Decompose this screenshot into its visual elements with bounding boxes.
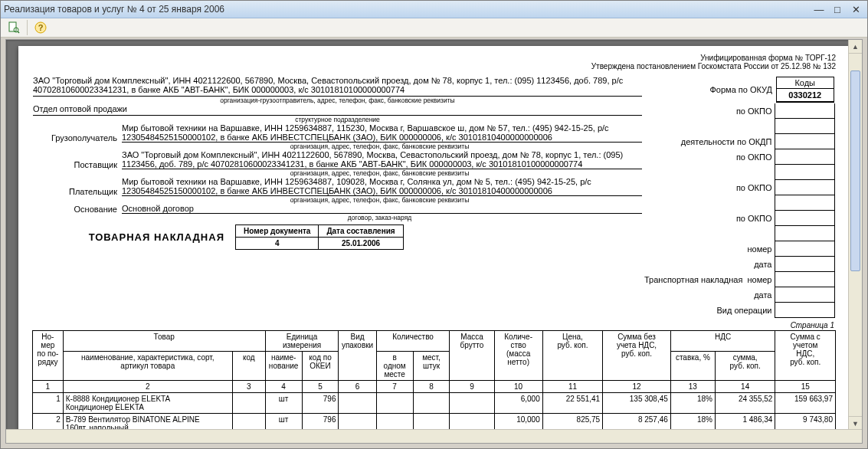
toolbar-divider	[27, 20, 28, 35]
table-row: 1 К-8888 Кондиционер ELEKTA Кондиционер …	[33, 393, 836, 414]
col-qty-pl: мест, штук	[413, 352, 450, 381]
col-unit: Единица измерения	[265, 331, 339, 352]
operation-label: Вид операции	[644, 303, 775, 318]
okpo-label-1: по ОКПО	[644, 103, 775, 119]
okpo-value-3	[775, 180, 835, 195]
col-nds: НДС	[670, 331, 775, 352]
close-button[interactable]: ✕	[847, 2, 864, 16]
date-label-2: дата	[644, 287, 775, 303]
help-icon: ?	[34, 21, 47, 34]
code-blank-1	[775, 119, 835, 134]
help-button[interactable]: ?	[32, 19, 49, 36]
transport-number-value	[775, 272, 835, 287]
scroll-down-arrow-icon[interactable]: ▼	[849, 416, 862, 430]
col-nds-rate: ставка, %	[670, 352, 715, 381]
document-viewport[interactable]: Унифицированная форма № ТОРГ-12 Утвержде…	[5, 39, 863, 444]
okpo-value-2	[775, 149, 835, 165]
print-preview-button[interactable]	[5, 19, 22, 36]
maximize-button[interactable]: □	[829, 2, 846, 16]
col-no: Но- мер по по- рядку	[33, 331, 64, 381]
sender-org-caption: организация-грузоотправитель, адрес, тел…	[33, 97, 642, 104]
col-goods: Товар	[63, 331, 265, 352]
col-netqty: Количе- ство (масса нетто)	[494, 331, 542, 381]
supplier-value: ЗАО "Торговый дом Комплексный", ИНН 4021…	[122, 150, 642, 169]
form-id-line: Унифицированная форма № ТОРГ-12	[591, 54, 836, 62]
doc-date-value: 25.01.2006	[319, 238, 403, 250]
doc-number-box: Номер документа Дата составления 4 25.01…	[235, 224, 404, 250]
minimize-button[interactable]: —	[811, 2, 827, 16]
col-number-row: 1 2 3 4 5 6 7 8 9 10 11 12 13 14	[33, 381, 836, 393]
date-value-1	[775, 257, 835, 272]
col-goods-name: наименование, характеристика, сорт, арти…	[63, 352, 232, 381]
okpo-value-1	[775, 103, 835, 119]
department-caption: структурное подразделение	[33, 116, 642, 123]
activity-label: деятельности по ОКДП	[644, 134, 775, 149]
okpo-label-3: по ОКПО	[644, 180, 775, 195]
code-blank-3	[775, 195, 835, 211]
department-value: Отдел оптовой продажи	[33, 104, 642, 116]
document-title: ТОВАРНАЯ НАКЛАДНАЯ	[33, 231, 224, 243]
okpo-label-2: по ОКПО	[644, 149, 775, 165]
date-label-1: дата	[644, 257, 775, 272]
code-blank-2	[775, 165, 835, 180]
supplier-caption: организация, адрес, телефон, факс, банко…	[117, 169, 642, 177]
col-gross: Масса брутто	[450, 331, 494, 381]
col-price: Цена, руб. коп.	[542, 331, 602, 381]
col-qty: Количество	[376, 331, 450, 352]
col-pack: Вид упаковки	[339, 331, 376, 381]
col-qty-in: в одном месте	[376, 352, 413, 381]
print-page: Унифицированная форма № ТОРГ-12 Утвержде…	[18, 46, 850, 444]
horizontal-scrollbar[interactable]	[6, 429, 862, 443]
okud-value: 0330212	[777, 89, 834, 102]
number-label-1: номер	[644, 241, 775, 257]
goods-table: Но- мер по по- рядку Товар Единица измер…	[32, 330, 836, 444]
doc-date-header: Дата составления	[319, 225, 403, 238]
vertical-scrollbar[interactable]: ▲ ▼	[848, 40, 862, 430]
scroll-thumb[interactable]	[850, 70, 860, 271]
col-unit-code: код по ОКЕИ	[302, 352, 339, 381]
basis-label: Основание	[33, 205, 117, 214]
codes-header: Коды	[777, 77, 834, 89]
svg-line-2	[18, 31, 19, 33]
payer-label: Плательщик	[33, 187, 117, 196]
header-layout: ЗАО "Торговый дом Комплексный", ИНН 4021…	[32, 75, 836, 319]
col-sum-nonds: Сумма без учета НДС, руб. коп.	[603, 331, 671, 381]
form-approval-line: Утверждена постановлением Госкомстата Ро…	[591, 62, 836, 70]
consignee-caption: организация, адрес, телефон, факс, банко…	[117, 143, 642, 150]
okud-label: Форма по ОКУД	[644, 76, 775, 103]
okpo-value-4	[775, 211, 835, 226]
payer-caption: организация, адрес, телефон, факс, банко…	[117, 196, 642, 204]
document-magnify-icon	[8, 21, 20, 34]
codes-panel: Форма по ОКУД Коды 0330212 по ОКПО	[644, 76, 835, 318]
transport-waybill-label: Транспортная накладная номер	[644, 272, 775, 287]
basis-caption: договор, заказ-наряд	[117, 214, 642, 221]
col-unit-name: наиме- нование	[265, 352, 302, 381]
operation-value	[775, 303, 835, 318]
titlebar[interactable]: Реализация товаров и услуг № 4 от 25 янв…	[1, 1, 867, 18]
consignee-label: Грузополучатель	[33, 133, 117, 143]
activity-value	[775, 134, 835, 149]
sender-org-value: ЗАО "Торговый дом Комплексный", ИНН 4021…	[33, 76, 642, 97]
scroll-up-arrow-icon[interactable]: ▲	[849, 40, 862, 54]
payer-value: Мир бытовой техники на Варшавке, ИНН 125…	[122, 177, 642, 196]
basis-value: Основной договор	[122, 204, 642, 214]
app-window: Реализация товаров и услуг № 4 от 25 янв…	[0, 0, 868, 449]
window-controls: — □ ✕	[811, 2, 864, 16]
col-nds-sum: сумма, руб. коп.	[715, 352, 775, 381]
svg-text:?: ?	[38, 23, 44, 32]
doc-number-value: 4	[236, 238, 319, 250]
toolbar: ?	[1, 18, 867, 38]
page-number-label: Страница 1	[32, 321, 834, 329]
window-title: Реализация товаров и услуг № 4 от 25 янв…	[4, 4, 811, 15]
consignee-value: Мир бытовой техники на Варшавке, ИНН 125…	[122, 123, 642, 143]
number-value-1	[775, 241, 835, 257]
col-goods-code: код	[232, 352, 265, 381]
col-sum-nds: Сумма с учетом НДС, руб. коп.	[775, 331, 836, 381]
code-blank-4	[775, 226, 835, 241]
svg-rect-0	[9, 22, 16, 31]
form-standard-note: Унифицированная форма № ТОРГ-12 Утвержде…	[591, 54, 836, 70]
doc-number-header: Номер документа	[236, 225, 319, 238]
okpo-label-4: по ОКПО	[644, 211, 775, 226]
supplier-label: Поставщик	[33, 160, 117, 169]
transport-date-value	[775, 287, 835, 303]
